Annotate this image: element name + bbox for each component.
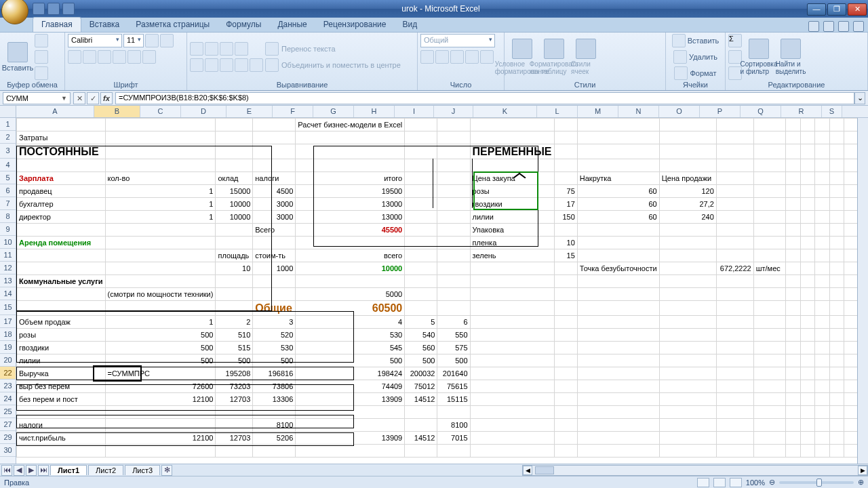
cell-D17[interactable]: 3 [253,316,296,329]
cell-O2[interactable] [800,131,814,144]
cell-I7[interactable]: 17 [554,198,577,211]
cell-P2[interactable] [815,131,829,144]
cell-B18[interactable]: 500 [105,329,216,342]
cell-O15[interactable] [800,301,814,316]
cell-O13[interactable] [800,275,814,288]
cell-H14[interactable] [470,288,554,301]
cell-M4[interactable] [753,159,786,172]
cell-N12[interactable] [786,262,800,275]
cell-L8[interactable] [716,211,753,224]
cell-J27[interactable] [577,419,659,432]
cell-K25[interactable] [659,406,716,419]
cell-M15[interactable] [753,301,786,316]
delete-cells-button[interactable]: Удалить [673,50,717,64]
cell-K18[interactable] [659,329,716,342]
row-22[interactable]: 22 [0,367,16,380]
cell-P6[interactable] [815,185,829,198]
tab-data[interactable]: Данные [269,18,315,32]
col-A[interactable]: A [16,106,94,117]
cell-A9[interactable] [17,224,106,237]
copy-icon[interactable] [35,50,48,64]
cell-K9[interactable] [659,224,716,237]
cell-J30[interactable] [577,445,659,458]
cell-B30[interactable] [105,445,216,458]
cell-B25[interactable] [105,406,216,419]
cell-H12[interactable] [470,262,554,275]
row-4[interactable]: 4 [0,159,16,171]
tab-formulas[interactable]: Формулы [218,18,269,32]
cell-A6[interactable]: продавец [17,185,106,198]
cell-K6[interactable]: 120 [659,185,716,198]
cell-O14[interactable] [800,288,814,301]
percent-icon[interactable] [435,50,449,64]
cell-C15[interactable] [216,301,253,316]
cell-J3[interactable] [577,144,659,159]
cell-M6[interactable] [753,185,786,198]
cell-P17[interactable] [815,316,829,329]
sheet-nav-prev[interactable]: ◀ [14,465,24,476]
cell-H6[interactable]: розы [470,185,554,198]
cell-C19[interactable]: 515 [216,342,253,354]
cell-R8[interactable] [844,211,859,224]
bold-icon[interactable] [68,50,81,64]
row-11[interactable]: 11 [0,249,16,262]
cell-N23[interactable] [786,380,800,393]
cell-L20[interactable] [716,354,753,367]
cell-D13[interactable] [253,275,296,288]
cell-L3[interactable] [716,144,753,159]
cell-I11[interactable]: 15 [554,249,577,262]
cell-N11[interactable] [786,249,800,262]
cell-G17[interactable]: 6 [437,316,470,329]
row-20[interactable]: 20 [0,354,16,367]
cell-D11[interactable]: стоим-ть [253,249,296,262]
cell-Q11[interactable] [829,249,844,262]
cell-F30[interactable] [405,445,437,458]
cell-A13[interactable]: Коммунальные услуги [17,275,106,288]
cell-O6[interactable] [800,185,814,198]
cell-H19[interactable] [470,342,554,354]
cell-C1[interactable] [216,119,253,131]
format-cells-button[interactable]: Формат [674,66,716,80]
cell-L1[interactable] [716,119,753,131]
cell-F13[interactable] [405,275,437,288]
cell-L14[interactable] [716,288,753,301]
tab-view[interactable]: Вид [394,18,425,32]
cell-P5[interactable] [815,172,829,185]
cell-G22[interactable]: 201640 [437,367,470,380]
cell-J4[interactable] [577,159,659,172]
dec-decimal-icon[interactable] [480,50,494,64]
cell-A24[interactable]: без перем и пост [17,393,106,406]
cell-Q19[interactable] [829,342,844,354]
cell-I25[interactable] [554,406,577,419]
cell-L5[interactable] [716,172,753,185]
cell-K23[interactable] [659,380,716,393]
row-3[interactable]: 3 [0,144,16,159]
cell-E27[interactable] [296,419,405,432]
row-6[interactable]: 6 [0,184,16,197]
col-N[interactable]: N [618,106,659,117]
cell-B5[interactable]: кол-во [105,172,216,185]
cell-F1[interactable] [405,119,437,131]
cell-J20[interactable] [577,354,659,367]
cell-G8[interactable] [437,211,470,224]
cell-E22[interactable]: 198424 [296,367,405,380]
zoom-out-button[interactable]: ⊖ [769,478,775,487]
cell-L29[interactable] [716,432,753,445]
cell-C23[interactable]: 73203 [216,380,253,393]
row-15[interactable]: 15 [0,300,16,315]
cell-K7[interactable]: 27,2 [659,198,716,211]
fill-color-icon[interactable] [127,50,141,64]
cell-O27[interactable] [800,419,814,432]
cell-Q7[interactable] [829,198,844,211]
col-R[interactable]: R [781,106,822,117]
cell-L23[interactable] [716,380,753,393]
zoom-in-button[interactable]: ⊕ [858,478,864,487]
cell-N5[interactable] [786,172,800,185]
cell-D15[interactable]: Общие [253,301,296,316]
cell-F17[interactable]: 5 [405,316,437,329]
cell-B23[interactable]: 72600 [105,380,216,393]
cell-G23[interactable]: 75615 [437,380,470,393]
cell-J18[interactable] [577,329,659,342]
cell-B6[interactable]: 1 [105,185,216,198]
cell-R20[interactable] [844,354,859,367]
